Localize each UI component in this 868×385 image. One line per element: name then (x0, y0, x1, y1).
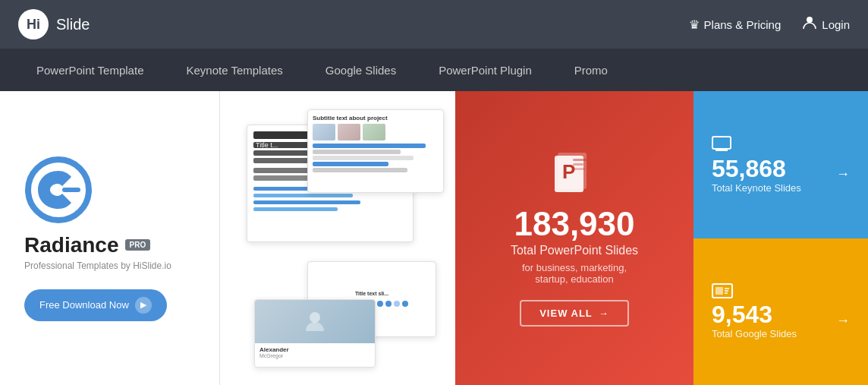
google-stat-row: 9,543 Total Google Slides → (712, 301, 850, 339)
radiance-panel: Radiance PRO Professional Templates by H… (0, 91, 220, 385)
header: Hi Slide ♛ Plans & Pricing Login (0, 0, 868, 49)
radiance-name: Radiance (24, 233, 119, 257)
ppt-panel: P 183,930 Total PowerPoint Slides for bu… (455, 91, 693, 385)
powerpoint-icon: P (552, 150, 597, 198)
stats-column: 55,868 Total Keynote Slides → 9,543 (693, 91, 868, 385)
header-left: Hi Slide (18, 9, 90, 39)
svg-point-0 (807, 17, 813, 23)
svg-rect-14 (715, 287, 723, 295)
keynote-icon (712, 136, 731, 153)
nav-item-powerpoint-plugin[interactable]: PowerPoint Plugin (417, 49, 553, 91)
logo-icon: Hi (18, 9, 49, 39)
pro-badge: PRO (125, 239, 151, 251)
svg-rect-2 (62, 188, 80, 192)
keynote-arrow-icon: → (836, 166, 850, 182)
svg-rect-10 (712, 137, 731, 149)
view-all-button[interactable]: VIEW ALL → (520, 300, 629, 327)
svg-rect-8 (573, 163, 583, 166)
plans-pricing-link[interactable]: ♛ Plans & Pricing (689, 17, 782, 32)
slide-stack: Title t... (231, 109, 444, 368)
google-slides-icon (712, 283, 733, 298)
radiance-logo-icon (24, 156, 93, 224)
svg-point-3 (310, 312, 320, 323)
ppt-count: 183,930 (514, 207, 634, 241)
hero-section: Radiance PRO Professional Templates by H… (0, 91, 868, 385)
svg-rect-7 (573, 159, 587, 161)
keynote-stat-card[interactable]: 55,868 Total Keynote Slides → (693, 91, 868, 238)
slide-card-1: Subtitle text about project (307, 109, 444, 193)
slides-preview-panel: Title t... (220, 91, 455, 385)
ppt-label: Total PowerPoint Slides (511, 244, 638, 257)
radiance-subtitle: Professional Templates by HiSlide.io (24, 260, 171, 271)
user-icon (802, 15, 817, 34)
google-label: Total Google Slides (712, 328, 797, 339)
play-icon: ▶ (135, 297, 152, 314)
arrow-right-icon: → (599, 308, 609, 319)
google-count: 9,543 (712, 301, 797, 328)
main-nav: PowerPoint Template Keynote Templates Go… (0, 49, 868, 91)
radiance-name-row: Radiance PRO (24, 233, 150, 257)
nav-item-powerpoint-template[interactable]: PowerPoint Template (15, 49, 165, 91)
login-button[interactable]: Login (802, 15, 850, 34)
google-stat-card[interactable]: 9,543 Total Google Slides → (693, 238, 868, 386)
slide-card-3: Alexander McGregor (254, 299, 376, 368)
svg-rect-9 (573, 168, 585, 170)
nav-item-keynote-templates[interactable]: Keynote Templates (165, 49, 303, 91)
keynote-stat-row: 55,868 Total Keynote Slides → (712, 156, 850, 194)
keynote-count: 55,868 (712, 156, 801, 182)
header-right: ♛ Plans & Pricing Login (689, 15, 850, 34)
keynote-label: Total Keynote Slides (712, 182, 801, 194)
ppt-desc: for business, marketing,startup, educati… (522, 262, 627, 285)
nav-item-promo[interactable]: Promo (553, 49, 629, 91)
crown-icon: ♛ (689, 17, 700, 32)
download-button[interactable]: Free Download Now ▶ (24, 289, 167, 321)
site-name: Slide (56, 16, 90, 33)
google-arrow-icon: → (836, 313, 850, 329)
nav-item-google-slides[interactable]: Google Slides (304, 49, 417, 91)
